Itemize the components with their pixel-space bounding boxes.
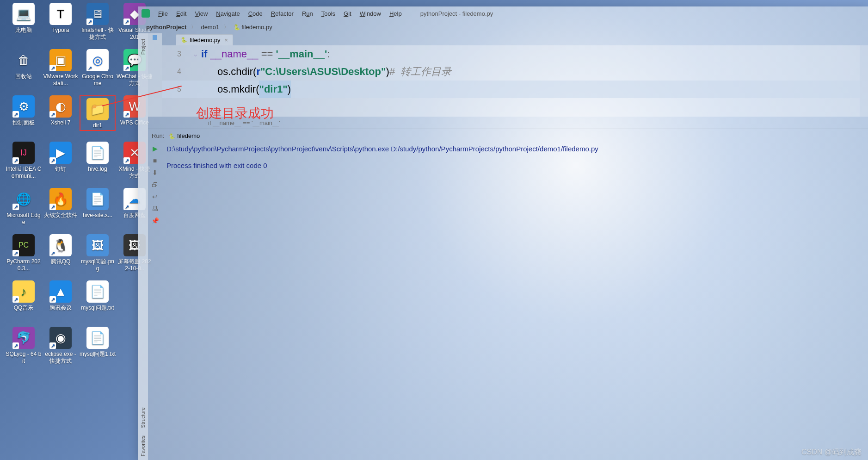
menu-edit[interactable]: Edit xyxy=(172,9,190,19)
close-icon[interactable]: × xyxy=(224,37,228,44)
menu-help[interactable]: Help xyxy=(386,9,406,19)
desktop-icon-hive-log[interactable]: 📄hive.log xyxy=(80,142,116,173)
desktop-icon--[interactable]: ▲↗腾讯会议 xyxy=(43,280,79,311)
desktop-icon-label: QQ音乐 xyxy=(6,305,42,311)
watermark: CSDN @码到成龚 xyxy=(801,448,862,457)
app-icon: 📄 xyxy=(86,188,109,210)
desktop-icon-label: mysql问题.png xyxy=(80,258,116,272)
app-icon: ♪↗ xyxy=(12,280,35,303)
tab-filedemo[interactable]: 🐍 filedemo.py × xyxy=(176,34,233,45)
run-target[interactable]: 🐍 filedemo xyxy=(169,132,200,139)
desktop-icon-label: Xshell 7 xyxy=(43,119,79,126)
desktop-icon-label: dir1 xyxy=(81,122,114,129)
stop-icon[interactable]: ■ xyxy=(153,157,157,164)
desktop-icon--[interactable]: ⚙↗控制面板 xyxy=(6,95,42,126)
desktop-icon-vmware-workstati-[interactable]: ▣↗VMware Workstati... xyxy=(43,49,79,87)
layout-icon[interactable]: 🗗 xyxy=(152,181,158,188)
run-label: Run: xyxy=(152,132,164,139)
shortcut-badge-icon: ↗ xyxy=(49,157,56,164)
app-icon: 🗑 xyxy=(12,49,35,71)
app-icon: IJ↗ xyxy=(12,142,35,164)
desktop-icon--qq[interactable]: 🐧↗腾讯QQ xyxy=(43,234,79,265)
desktop-icon--[interactable]: 🔥↗火绒安全软件 xyxy=(43,188,79,219)
line-number: 4 xyxy=(162,63,190,81)
menu-tools[interactable]: Tools xyxy=(318,9,339,19)
desktop-icon-label: hive.log xyxy=(80,166,116,173)
left-tool-rail: Project Structure Favorites xyxy=(138,33,148,460)
app-icon: ◐↗ xyxy=(49,95,72,118)
desktop-icon-pycharm-2020-3-[interactable]: PC↗PyCharm 2020.3... xyxy=(6,234,42,272)
desktop-icon-hive-site-x-[interactable]: 📄hive-site.x... xyxy=(80,188,116,219)
desktop-icon-label: SQLyog - 64 bit xyxy=(6,351,42,365)
title-bar: File Edit View Navigate Code Refactor Ru… xyxy=(138,6,868,20)
fold-icon[interactable]: ⌄ xyxy=(192,45,198,63)
desktop-icon--[interactable]: 🗑回收站 xyxy=(6,49,42,80)
desktop-icon-label: PyCharm 2020.3... xyxy=(6,258,42,272)
breadcrumb: pythonProject 〉 demo1 〉 🐍filedemo.py xyxy=(138,20,868,33)
rerun-icon[interactable]: ▶ xyxy=(153,145,158,152)
crumb-file[interactable]: 🐍filedemo.py xyxy=(231,23,275,31)
wrap-icon[interactable]: ↩ xyxy=(152,193,158,200)
shortcut-badge-icon: ↗ xyxy=(12,250,19,256)
desktop-icon-eclipse-exe-[interactable]: ◉↗eclipse.exe - 快捷方式 xyxy=(43,327,79,365)
down-icon[interactable]: ⬇ xyxy=(152,169,158,176)
crumb-package[interactable]: demo1 xyxy=(198,23,222,31)
rail-project[interactable]: Project xyxy=(140,35,146,58)
desktop-icon-dir1[interactable]: 📁dir1 xyxy=(80,95,116,131)
app-icon: 🖼 xyxy=(86,234,109,256)
desktop-icon-google-chrome[interactable]: ◎↗Google Chrome xyxy=(80,49,116,87)
desktop-icon-qq-[interactable]: ♪↗QQ音乐 xyxy=(6,280,42,311)
shortcut-badge-icon: ↗ xyxy=(12,342,19,349)
menu-git[interactable]: Git xyxy=(340,9,355,19)
pin-icon[interactable]: 📌 xyxy=(151,217,159,224)
menu-refactor[interactable]: Refactor xyxy=(267,9,297,19)
shortcut-badge-icon: ↗ xyxy=(123,157,130,164)
desktop-icon-typora[interactable]: TTypora xyxy=(43,3,79,34)
desktop-icon-label: IntelliJ IDEA Communi... xyxy=(6,166,42,180)
desktop-icon--[interactable]: ▶↗钉钉 xyxy=(43,142,79,173)
rail-structure[interactable]: Structure xyxy=(140,404,146,432)
app-icon: PC↗ xyxy=(12,234,35,256)
editor-left-margin xyxy=(148,45,162,117)
menu-code[interactable]: Code xyxy=(245,9,266,19)
desktop-icon-intellij-idea-communi-[interactable]: IJ↗IntelliJ IDEA Communi... xyxy=(6,142,42,180)
code-editor[interactable]: 3 ⌄ if __name__ == '__main__': 4 os.chdi… xyxy=(162,45,860,117)
tab-label: filedemo.py xyxy=(190,37,220,44)
desktop-icon-sqlyog-64-bit[interactable]: 🐬↗SQLyog - 64 bit xyxy=(6,327,42,365)
desktop-icon-label: 腾讯会议 xyxy=(43,305,79,311)
shortcut-badge-icon: ↗ xyxy=(49,296,56,303)
shortcut-badge-icon: ↗ xyxy=(49,204,56,210)
desktop-icon-mysql-1-txt[interactable]: 📄mysql问题1.txt xyxy=(80,327,116,358)
editor-tab-gutter xyxy=(148,33,162,45)
menu-file[interactable]: File xyxy=(154,9,172,19)
desktop-icon-finalshell-[interactable]: 🖥↗finalshell - 快捷方式 xyxy=(80,3,116,41)
menu-view[interactable]: View xyxy=(191,9,211,19)
run-output[interactable]: D:\study\python\PycharmProjects\pythonPr… xyxy=(162,142,868,460)
desktop-icon-xshell-7[interactable]: ◐↗Xshell 7 xyxy=(43,95,79,126)
editor-tabs: 🐍 filedemo.py × xyxy=(162,33,233,45)
app-icon: ▲↗ xyxy=(49,280,72,303)
shortcut-badge-icon: ↗ xyxy=(12,157,19,164)
ide-window: File Edit View Navigate Code Refactor Ru… xyxy=(138,6,868,460)
menu-window[interactable]: Window xyxy=(356,9,385,19)
desktop-icon-label: hive-site.x... xyxy=(80,212,116,219)
shortcut-badge-icon: ↗ xyxy=(49,65,56,71)
desktop-icon-mysql-txt[interactable]: 📄mysql问题.txt xyxy=(80,280,116,311)
desktop-icon-mysql-png[interactable]: 🖼mysql问题.png xyxy=(80,234,116,272)
desktop-icon-microsoft-edge[interactable]: 🌐↗Microsoft Edge xyxy=(6,188,42,226)
menu-navigate[interactable]: Navigate xyxy=(212,9,243,19)
app-icon: ▶↗ xyxy=(49,142,72,164)
rail-favorites[interactable]: Favorites xyxy=(140,432,146,460)
menu-run[interactable]: Run xyxy=(298,9,317,19)
app-icon: 📁 xyxy=(86,98,109,120)
desktop-icon-label: Microsoft Edge xyxy=(6,212,42,226)
desktop-icon--[interactable]: 💻此电脑 xyxy=(6,3,42,34)
app-icon: 🔥↗ xyxy=(49,188,72,210)
crumb-project[interactable]: pythonProject xyxy=(143,23,189,31)
app-icon: ◉↗ xyxy=(49,327,72,349)
desktop-icon-label: finalshell - 快捷方式 xyxy=(80,27,116,41)
print-icon[interactable]: 🖶 xyxy=(152,205,158,212)
shortcut-badge-icon: ↗ xyxy=(86,19,93,25)
line-number: 3 xyxy=(162,45,190,63)
desktop-icon-label: Google Chrome xyxy=(80,73,116,87)
